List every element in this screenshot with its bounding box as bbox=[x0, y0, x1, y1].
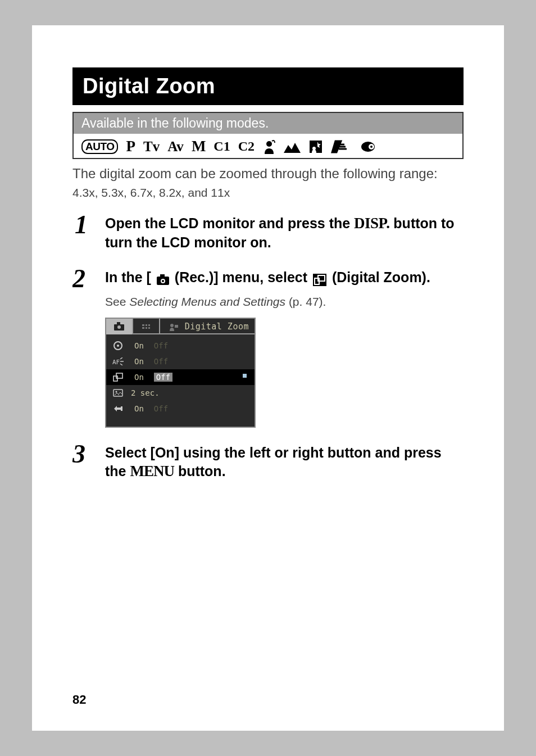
screenshot-row-spot: On Off bbox=[106, 338, 255, 354]
mode-c1-icon: C1 bbox=[214, 139, 230, 154]
screenshot-row-dz-off: Off bbox=[154, 373, 172, 382]
svg-text:2: 2 bbox=[72, 267, 85, 291]
screenshot-tab-setup bbox=[133, 319, 160, 334]
save-orig-icon bbox=[112, 405, 124, 413]
screenshot-row-cont-on: On bbox=[134, 404, 144, 413]
intro-text: The digital zoom can be zoomed through t… bbox=[72, 165, 464, 183]
svg-rect-20 bbox=[146, 324, 147, 326]
step-1: 1 Open the LCD monitor and press the DIS… bbox=[72, 213, 464, 252]
available-modes-box: Available in the following modes. AUTO P… bbox=[72, 112, 464, 159]
mode-landscape-icon bbox=[284, 141, 301, 153]
screenshot-row-continuous: On Off bbox=[106, 401, 255, 417]
mode-night-icon bbox=[308, 139, 323, 154]
mode-p-icon: P bbox=[126, 138, 135, 155]
svg-rect-18 bbox=[142, 324, 144, 326]
screenshot-row-review: 2 sec. bbox=[106, 385, 255, 401]
zoom-range-text: 4.3x, 5.3x, 6.7x, 8.2x, and 11x bbox=[72, 186, 464, 200]
mode-c2-icon: C2 bbox=[238, 139, 255, 154]
svg-point-11 bbox=[162, 280, 164, 282]
svg-text:3: 3 bbox=[72, 442, 85, 466]
svg-point-32 bbox=[116, 391, 117, 392]
svg-point-17 bbox=[117, 325, 121, 329]
mode-auto-icon: AUTO bbox=[81, 139, 118, 154]
menu-screenshot: Digital Zoom On Off AF On Off On bbox=[105, 318, 256, 428]
step-2-see-pre: See bbox=[105, 295, 129, 308]
spot-ae-icon bbox=[112, 341, 124, 351]
digital-zoom-icon bbox=[312, 273, 327, 287]
svg-rect-9 bbox=[160, 274, 165, 277]
step-1-text-pre: Open the LCD monitor and press the bbox=[105, 215, 354, 231]
screenshot-row-spot-off: Off bbox=[154, 341, 168, 350]
step-number-1-icon: 1 bbox=[72, 213, 94, 252]
step-2: 2 In the [ (Rec.)] menu, select (Digital… bbox=[72, 267, 464, 428]
svg-rect-25 bbox=[175, 325, 178, 328]
step-2-see-link: Selecting Menus and Settings bbox=[129, 295, 285, 308]
step-2-text-pre: In the [ bbox=[105, 269, 155, 285]
screenshot-row-digitalzoom: On Off bbox=[106, 369, 255, 385]
mode-portrait-icon bbox=[262, 139, 276, 154]
svg-text:AF: AF bbox=[112, 359, 120, 365]
svg-rect-16 bbox=[117, 322, 120, 325]
svg-text:1: 1 bbox=[75, 213, 88, 237]
mode-icons-row: AUTO P Tv Av M C1 C2 bbox=[74, 134, 462, 158]
disp-button-label: DISP. bbox=[354, 215, 389, 232]
digital-zoom-menu-icon bbox=[112, 373, 124, 382]
screenshot-row-review-val: 2 sec. bbox=[131, 388, 160, 397]
svg-point-0 bbox=[266, 141, 272, 147]
step-2-text-mid: (Rec.)] menu, select bbox=[171, 269, 311, 285]
review-icon bbox=[112, 389, 124, 397]
screenshot-row-af: AF On Off bbox=[106, 354, 255, 369]
screenshot-row-dz-on: On bbox=[134, 373, 144, 382]
step-3-text-post: button. bbox=[174, 463, 226, 479]
svg-point-27 bbox=[117, 345, 119, 347]
svg-rect-19 bbox=[142, 327, 144, 329]
svg-point-5 bbox=[370, 146, 373, 148]
step-2-see-post: (p. 47). bbox=[285, 295, 326, 308]
mode-slow-shutter-icon bbox=[356, 141, 375, 152]
camera-rec-icon bbox=[156, 274, 170, 286]
mode-av-icon: Av bbox=[167, 139, 184, 155]
screenshot-menu-title: Digital Zoom bbox=[185, 322, 249, 332]
screenshot-row-spot-on: On bbox=[134, 341, 144, 350]
screenshot-tab-rec bbox=[106, 319, 133, 334]
screenshot-menu-rows: On Off AF On Off On Off bbox=[106, 334, 255, 417]
svg-rect-33 bbox=[121, 406, 122, 411]
mode-fast-shutter-icon bbox=[331, 140, 348, 153]
manual-page: Digital Zoom Available in the following … bbox=[32, 25, 504, 731]
screenshot-row-af-on: On bbox=[134, 357, 144, 366]
mode-m-icon: M bbox=[192, 138, 206, 155]
mode-tv-icon: Tv bbox=[143, 139, 160, 155]
svg-rect-23 bbox=[148, 327, 150, 329]
step-number-2-icon: 2 bbox=[72, 267, 94, 428]
screenshot-row-cont-off: Off bbox=[154, 404, 168, 413]
screenshot-row-arrow-icon bbox=[243, 374, 247, 378]
af-assist-icon: AF bbox=[112, 357, 124, 365]
menu-button-label: MENU bbox=[130, 463, 174, 479]
step-3: 3 Select [On] using the left or right bu… bbox=[72, 442, 464, 482]
step-2-reference: See Selecting Menus and Settings (p. 47)… bbox=[105, 295, 464, 309]
page-number: 82 bbox=[72, 692, 86, 707]
svg-rect-21 bbox=[146, 327, 147, 329]
svg-point-24 bbox=[170, 324, 174, 327]
section-title: Digital Zoom bbox=[72, 67, 464, 105]
step-number-3-icon: 3 bbox=[72, 442, 94, 482]
available-modes-label: Available in the following modes. bbox=[74, 113, 462, 134]
svg-rect-22 bbox=[148, 324, 150, 326]
screenshot-tab-mycamera bbox=[160, 319, 187, 334]
step-2-text-post: (Digital Zoom). bbox=[328, 269, 430, 285]
screenshot-row-af-off: Off bbox=[154, 357, 168, 366]
